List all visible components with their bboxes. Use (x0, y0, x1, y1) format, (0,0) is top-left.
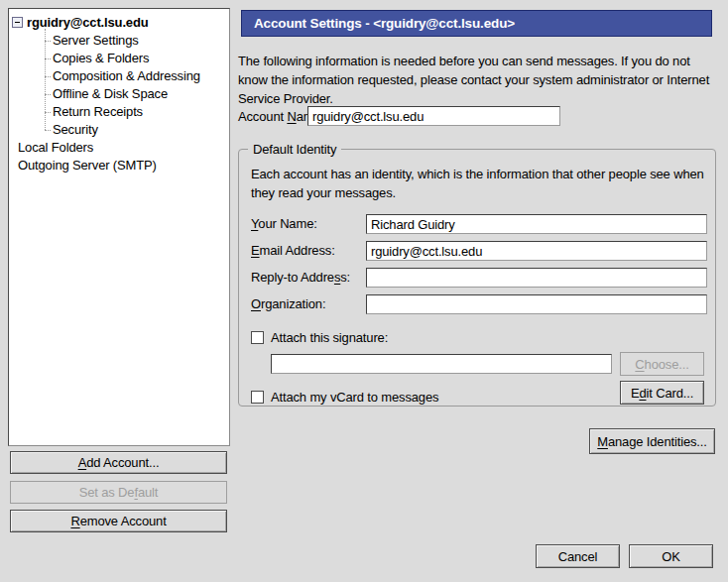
identity-description: Each account has an identity, which is t… (251, 166, 705, 203)
default-identity-legend: Default Identity (248, 141, 341, 158)
tree-item-outgoing-server[interactable]: Outgoing Server (SMTP) (9, 157, 229, 175)
ok-button[interactable]: OK (629, 544, 713, 568)
tree-item-composition-addressing[interactable]: Composition & Addressing (45, 67, 229, 85)
tree-item-copies-folders[interactable]: Copies & Folders (45, 50, 229, 67)
your-name-label: Your Name: (251, 214, 317, 234)
remove-account-button[interactable]: Remove Account (10, 510, 227, 532)
default-identity-group: Default Identity Each account has an ide… (238, 149, 716, 407)
email-address-label: Email Address: (251, 241, 335, 261)
email-address-input[interactable] (366, 241, 707, 261)
collapse-icon[interactable] (12, 17, 23, 28)
set-as-default-button[interactable]: Set as Default (10, 481, 227, 504)
page-title: Account Settings - <rguidry@cct.lsu.edu> (241, 10, 712, 37)
tree-item-local-folders[interactable]: Local Folders (9, 139, 229, 157)
organization-label: Organization: (251, 294, 325, 314)
add-account-button[interactable]: Add Account... (10, 451, 227, 474)
attach-vcard-label: Attach my vCard to messages (271, 390, 438, 405)
account-settings-window: rguidry@cct.lsu.edu Server Settings Copi… (0, 0, 728, 582)
tree-item-account-root[interactable]: rguidry@cct.lsu.edu (9, 13, 229, 32)
reply-to-label: Reply-to Address: (251, 268, 350, 288)
edit-card-button[interactable]: Edit Card... (620, 381, 704, 405)
attach-signature-row: Attach this signature: (251, 330, 388, 346)
page-title-text: Account Settings - <rguidry@cct.lsu.edu> (254, 16, 515, 31)
tree-children: Server Settings Copies & Folders Composi… (45, 32, 229, 139)
tree-item-return-receipts[interactable]: Return Receipts (45, 103, 229, 121)
attach-signature-checkbox[interactable] (251, 331, 264, 344)
attach-vcard-row: Attach my vCard to messages (251, 390, 438, 406)
tree-root-label: rguidry@cct.lsu.edu (27, 15, 149, 30)
accounts-tree: rguidry@cct.lsu.edu Server Settings Copi… (8, 8, 230, 446)
your-name-input[interactable] (366, 214, 707, 234)
tree-item-server-settings[interactable]: Server Settings (45, 32, 229, 50)
signature-file-input[interactable] (271, 354, 612, 374)
organization-input[interactable] (366, 294, 707, 314)
tree-item-offline-disk-space[interactable]: Offline & Disk Space (45, 85, 229, 103)
reply-to-input[interactable] (366, 268, 707, 288)
attach-signature-label: Attach this signature: (271, 330, 388, 345)
choose-signature-button[interactable]: Choose... (620, 352, 704, 376)
cancel-button[interactable]: Cancel (536, 544, 620, 568)
intro-text: The following information is needed befo… (238, 52, 721, 109)
manage-identities-button[interactable]: Manage Identities... (589, 428, 715, 454)
account-name-input[interactable] (307, 106, 560, 126)
attach-vcard-checkbox[interactable] (251, 391, 264, 404)
tree-item-security[interactable]: Security (45, 121, 229, 139)
